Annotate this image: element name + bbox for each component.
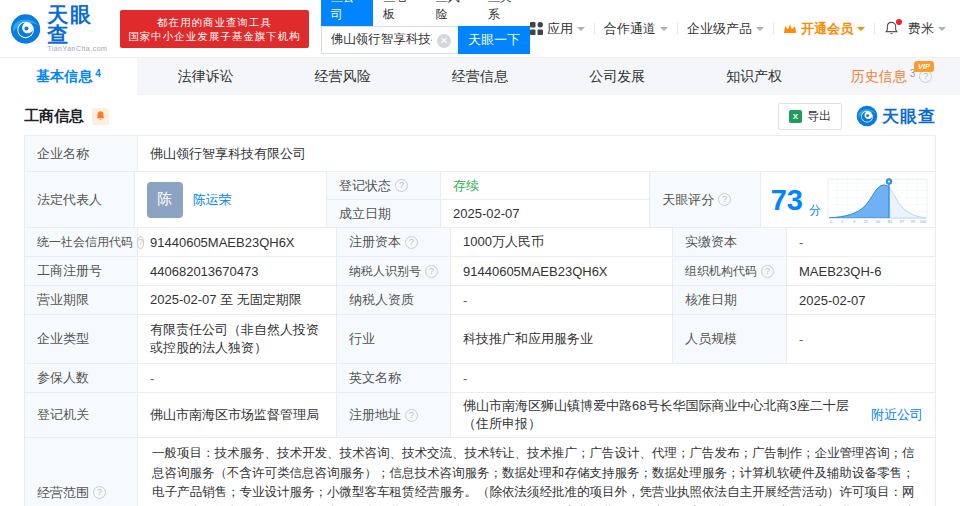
svg-text:97: 97 <box>900 219 905 224</box>
legal-rep-link[interactable]: 陈运荣 <box>193 191 232 209</box>
tab-operation-risk[interactable]: 经营风险 <box>274 58 411 95</box>
nav-apps[interactable]: 应用 <box>530 20 585 38</box>
tab-operation-info[interactable]: 经营信息 <box>411 58 548 95</box>
tab-label: 经营风险 <box>315 68 371 86</box>
tab-legal-proceedings[interactable]: 法律诉讼 <box>137 58 274 95</box>
field-label: 人员规模 <box>673 315 787 363</box>
svg-text:0: 0 <box>830 219 833 224</box>
help-icon[interactable]: ? <box>405 409 418 422</box>
table-row: 登记机关 佛山市南海区市场监督管理局 注册地址? 佛山市南海区狮山镇博爱中路68… <box>25 393 935 438</box>
search-tab-company[interactable]: 查公司 <box>321 0 373 26</box>
logo-domain: TianYanCha.com <box>47 45 110 52</box>
chevron-down-icon <box>577 27 585 35</box>
tab-company-development[interactable]: 公司发展 <box>549 58 686 95</box>
nav-open-vip[interactable]: 开通会员 <box>783 20 865 38</box>
main-content: 工商信息 X 导出 天眼查 <box>0 95 960 506</box>
legal-rep-cell: 陈 陈运荣 <box>135 172 327 227</box>
field-label: 登记状态? <box>327 172 441 199</box>
table-row: 参保人数 - 英文名称 - <box>25 364 935 393</box>
help-icon[interactable]: ? <box>405 236 418 249</box>
field-label: 统一社会信用代码? <box>25 228 138 256</box>
reg-address-cell: 佛山市南海区狮山镇博爱中路68号长华国际商业中心北商3座二十层（住所申报） 附近… <box>451 393 935 437</box>
watermark-logo: 天眼查 <box>856 105 936 128</box>
english-name-value: - <box>451 364 935 392</box>
field-label: 工商注册号 <box>25 257 138 285</box>
nearby-companies-link[interactable]: 附近公司 <box>871 406 923 424</box>
reg-number-value: 440682013670473 <box>138 257 337 285</box>
help-icon[interactable]: ? <box>761 265 774 278</box>
divider <box>773 23 774 35</box>
company-type-value: 有限责任公司（非自然人投资或控股的法人独资） <box>138 315 337 363</box>
score-value: 73 <box>771 185 803 215</box>
export-label: 导出 <box>807 108 831 125</box>
credit-code-value: 91440605MAEB23QH6X <box>138 228 337 256</box>
score-unit: 分 <box>809 202 821 219</box>
table-row: 营业期限 2025-02-07 至 无固定期限 纳税人资质 - 核准日期 202… <box>25 286 935 315</box>
paid-capital-value: - <box>787 228 935 256</box>
tab-intellectual-property[interactable]: 知识产权 <box>686 58 823 95</box>
nav-enterprise[interactable]: 企业级产品 <box>687 20 764 38</box>
tab-label: 历史信息 <box>851 68 907 86</box>
field-label: 企业类型 <box>25 315 138 363</box>
field-label: 注册资本? <box>337 228 451 256</box>
search-button[interactable]: 天眼一下 <box>458 26 530 54</box>
field-label: 注册地址? <box>337 393 451 437</box>
table-row: 企业类型 有限责任公司（非自然人投资或控股的法人独资） 行业 科技推广和应用服务… <box>25 315 935 364</box>
business-scope-value: 一般项目：技术服务、技术开发、技术咨询、技术交流、技术转让、技术推广；广告设计、… <box>138 438 935 506</box>
notifications-button[interactable] <box>884 21 899 36</box>
user-name: 费米 <box>908 20 934 38</box>
insured-count-value: - <box>138 364 337 392</box>
nav-enterprise-label: 企业级产品 <box>687 20 752 38</box>
table-row: 工商注册号 440682013670473 纳税人识别号? 91440605MA… <box>25 257 935 286</box>
business-term-value: 2025-02-07 至 无固定期限 <box>138 286 337 314</box>
divider <box>874 23 875 35</box>
search-tab-boss[interactable]: 查老板 <box>373 0 425 26</box>
field-label: 登记机关 <box>25 393 138 437</box>
clear-search-icon[interactable]: ✕ <box>437 34 451 48</box>
tab-basic-info[interactable]: 基本信息4 <box>0 58 137 95</box>
promo-banner: 都在用的商业查询工具 国家中小企业发展子基金旗下机构 <box>120 10 309 48</box>
table-row: 统一社会信用代码? 91440605MAEB23QH6X 注册资本? 1000万… <box>25 228 935 257</box>
tab-label: 法律诉讼 <box>178 68 234 86</box>
search-tab-risk[interactable]: 查风险 <box>425 0 477 26</box>
tab-label: 知识产权 <box>726 68 782 86</box>
taxpayer-id-value: 91440605MAEB23QH6X <box>451 257 673 285</box>
help-icon[interactable]: ? <box>718 193 731 206</box>
tab-count: 4 <box>95 68 101 79</box>
help-icon[interactable]: ? <box>425 265 438 278</box>
avatar: 陈 <box>147 182 183 218</box>
tab-history-info[interactable]: VIP 历史信息3 ? <box>823 58 960 95</box>
tab-label: 公司发展 <box>589 68 645 86</box>
reg-authority-value: 佛山市南海区市场监督管理局 <box>138 393 337 437</box>
reg-address-value: 佛山市南海区狮山镇博爱中路68号长华国际商业中心北商3座二十层（住所申报） <box>463 397 863 433</box>
search-tab-relation[interactable]: 查关系 <box>478 0 530 26</box>
tianyancha-logo[interactable]: 天眼查 TianYanCha.com <box>10 5 110 52</box>
svg-text:50: 50 <box>876 219 881 224</box>
industry-value: 科技推广和应用服务业 <box>451 315 673 363</box>
nav-open-vip-label: 开通会员 <box>801 20 853 38</box>
table-row: 法定代表人 陈 陈运荣 登记状态? 存续 成立日期 2025-02-07 天眼评… <box>25 172 935 228</box>
field-label: 成立日期 <box>327 200 441 227</box>
establish-date-value: 2025-02-07 <box>441 200 649 227</box>
nav-partner[interactable]: 合作通道 <box>604 20 668 38</box>
table-row: 企业名称 佛山领行智享科技有限公司 <box>25 136 935 172</box>
reg-status-value: 存续 <box>441 172 649 199</box>
divider <box>594 23 595 35</box>
chevron-down-icon <box>756 27 764 35</box>
nav-user[interactable]: 费米 <box>908 20 946 38</box>
approval-date-value: 2025-02-07 <box>787 286 935 314</box>
excel-icon: X <box>789 110 802 123</box>
help-icon[interactable]: ? <box>93 486 106 499</box>
promo-line1: 都在用的商业查询工具 <box>128 15 301 29</box>
subscribe-bell[interactable] <box>92 108 109 125</box>
tianyan-score-cell[interactable]: 73 分 0 1 3 <box>761 172 935 227</box>
field-label: 营业期限 <box>25 286 138 314</box>
field-label: 行业 <box>337 315 451 363</box>
svg-text:100: 100 <box>920 219 927 224</box>
export-button[interactable]: X 导出 <box>778 103 842 130</box>
table-row: 经营范围? 一般项目：技术服务、技术开发、技术咨询、技术交流、技术转让、技术推广… <box>25 438 935 506</box>
help-icon[interactable]: ? <box>395 179 408 192</box>
top-header: 天眼查 TianYanCha.com 都在用的商业查询工具 国家中小企业发展子基… <box>0 0 960 57</box>
company-name-value: 佛山领行智享科技有限公司 <box>138 136 935 171</box>
apps-grid-icon <box>530 22 543 35</box>
